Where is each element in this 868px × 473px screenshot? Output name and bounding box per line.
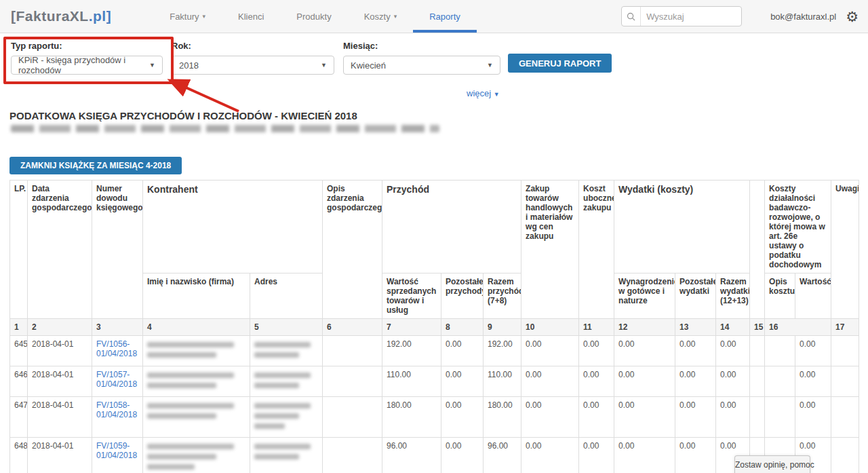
month-group: Miesiąc: Kwiecień ▼ — [343, 41, 500, 75]
gear-icon[interactable]: ⚙ — [846, 10, 859, 24]
redacted-text-bar — [147, 352, 216, 358]
col-header-wartosc-sprzedanych: Wartość sprzedanych towarów i usług — [382, 273, 441, 319]
cell-document-number: FV/1059-01/04/2018 — [92, 438, 143, 473]
nav-item-label: Klienci — [238, 12, 264, 22]
kpir-table-body: 6452018-04-01FV/1056-01/04/2018192.000.0… — [10, 336, 859, 473]
month-label: Miesiąc: — [343, 41, 500, 51]
col-header-lp: LP. — [10, 181, 28, 319]
report-type-value: KPiR - księga przychodów i rozchodów — [18, 55, 144, 75]
nav-item-klienci[interactable]: Klienci — [222, 0, 280, 33]
cell-date: 2018-04-01 — [28, 366, 92, 397]
generate-report-button[interactable]: GENERUJ RAPORT — [508, 54, 612, 73]
col-num: 14 — [716, 319, 750, 336]
col-num: 3 — [92, 319, 143, 336]
cell-value: 0.00 — [675, 438, 716, 473]
cell-value: 96.00 — [484, 438, 521, 473]
cell-adres-redacted — [250, 366, 323, 397]
redacted-text-bar — [254, 403, 311, 409]
cell-col15 — [750, 366, 765, 397]
nav-item-label: Raporty — [429, 12, 460, 22]
nav-item-label: Produkty — [296, 12, 331, 22]
cell-adres-redacted — [250, 397, 323, 438]
page: [FakturaXL.pl] Faktury ▾ Klienci Produkt… — [0, 0, 868, 473]
cell-date: 2018-04-01 — [28, 336, 92, 366]
cell-value: 0.00 — [441, 438, 484, 473]
kpir-table: LP. Data zdarzenia gospodarczego Numer d… — [9, 180, 859, 473]
report-type-select[interactable]: KPiR - księga przychodów i rozchodów ▼ — [11, 56, 163, 75]
cell-document-number: FV/1056-01/04/2018 — [92, 336, 143, 366]
cell-opis — [323, 438, 382, 473]
cell-opis — [323, 366, 382, 397]
cell-value: 0.00 — [441, 397, 484, 438]
cell-lp: 645 — [10, 336, 28, 366]
logo-text-blue: .pl] — [89, 8, 112, 24]
col-header-data-zdarzenia: Data zdarzenia gospodarczego — [28, 181, 92, 319]
document-link[interactable]: FV/1056-01/04/2018 — [96, 339, 137, 358]
document-link[interactable]: FV/1058-01/04/2018 — [96, 400, 137, 419]
feedback-tab[interactable]: Zostaw opinię, pomoc — [734, 455, 810, 473]
column-number-row: 1 2 3 4 5 6 7 8 9 10 11 12 13 14 15 16 1 — [10, 319, 859, 336]
col-num: 7 — [382, 319, 441, 336]
redacted-text-bar — [254, 444, 311, 449]
cell-value: 0.00 — [521, 397, 579, 438]
cell-opis-kosztu — [765, 336, 795, 366]
cell-wartosc: 0.00 — [795, 397, 831, 438]
nav-item-koszty[interactable]: Koszty ▾ — [348, 0, 414, 33]
close-month-button[interactable]: ZAMKNIJ KSIĄŻKĘ ZA MIESIĄC 4-2018 — [9, 157, 182, 174]
cell-date: 2018-04-01 — [28, 438, 92, 473]
cell-value: 0.00 — [614, 366, 675, 397]
cell-value: 180.00 — [382, 397, 441, 438]
search-icon — [622, 7, 641, 26]
col-header-imie-nazwisko: Imię i nazwisko (firma) — [143, 273, 250, 319]
cell-uwagi — [831, 336, 859, 366]
cell-opis — [323, 397, 382, 438]
col-num: 2 — [28, 319, 92, 336]
cell-value: 0.00 — [521, 438, 579, 473]
cell-document-number: FV/1058-01/04/2018 — [92, 397, 143, 438]
year-select[interactable]: 2018 ▼ — [172, 56, 334, 75]
table-row: 6452018-04-01FV/1056-01/04/2018192.000.0… — [10, 336, 859, 366]
col-header-wynagrodzenie: Wynagrodzenie w gotówce i naturze — [614, 273, 675, 319]
cell-lp: 647 — [10, 397, 28, 438]
search-box — [621, 6, 742, 26]
month-select[interactable]: Kwiecień ▼ — [343, 56, 500, 75]
cell-kontrahent-redacted — [143, 397, 250, 438]
logo-text-gray: [FakturaXL — [11, 8, 89, 24]
year-label: Rok: — [172, 41, 334, 51]
col-header-numer-dowodu: Numer dowodu księgowego — [92, 181, 143, 319]
year-value: 2018 — [179, 60, 199, 71]
col-num: 13 — [675, 319, 716, 336]
col-num: 6 — [323, 319, 382, 336]
col-header-15 — [750, 181, 765, 319]
nav-item-produkty[interactable]: Produkty — [280, 0, 347, 33]
col-num: 17 — [831, 319, 859, 336]
cell-uwagi — [831, 438, 859, 473]
cell-value: 192.00 — [382, 336, 441, 366]
col-header-opis-zdarzenia: Opis zdarzenia gospodarczego — [323, 181, 382, 319]
cell-wartosc: 0.00 — [795, 336, 831, 366]
document-link[interactable]: FV/1059-01/04/2018 — [96, 441, 137, 460]
cell-value: 0.00 — [441, 366, 484, 397]
cell-value: 0.00 — [579, 336, 614, 366]
cell-col15 — [750, 336, 765, 366]
account-email[interactable]: bok@fakturaxl.pl — [770, 12, 836, 22]
app-logo[interactable]: [FakturaXL.pl] — [11, 0, 111, 33]
more-filters-link[interactable]: więcej ▼ — [467, 88, 500, 98]
col-header-razem-przychod: Razem przychód (7+8) — [484, 273, 521, 319]
cell-adres-redacted — [250, 336, 323, 366]
document-link[interactable]: FV/1057-01/04/2018 — [96, 370, 137, 389]
top-navbar: [FakturaXL.pl] Faktury ▾ Klienci Produkt… — [0, 0, 868, 33]
cell-opis-kosztu — [765, 366, 795, 397]
cell-col15 — [750, 397, 765, 438]
nav-item-faktury[interactable]: Faktury ▾ — [153, 0, 222, 33]
chevron-down-icon: ▾ — [203, 13, 206, 20]
search-input[interactable] — [641, 12, 741, 22]
col-num: 10 — [521, 319, 579, 336]
redacted-text-bar — [147, 383, 216, 388]
company-info-redacted — [11, 125, 439, 132]
cell-value: 0.00 — [579, 438, 614, 473]
nav-item-raporty[interactable]: Raporty — [413, 0, 477, 33]
cell-wartosc: 0.00 — [795, 366, 831, 397]
cell-value: 0.00 — [675, 336, 716, 366]
cell-value: 0.00 — [579, 366, 614, 397]
